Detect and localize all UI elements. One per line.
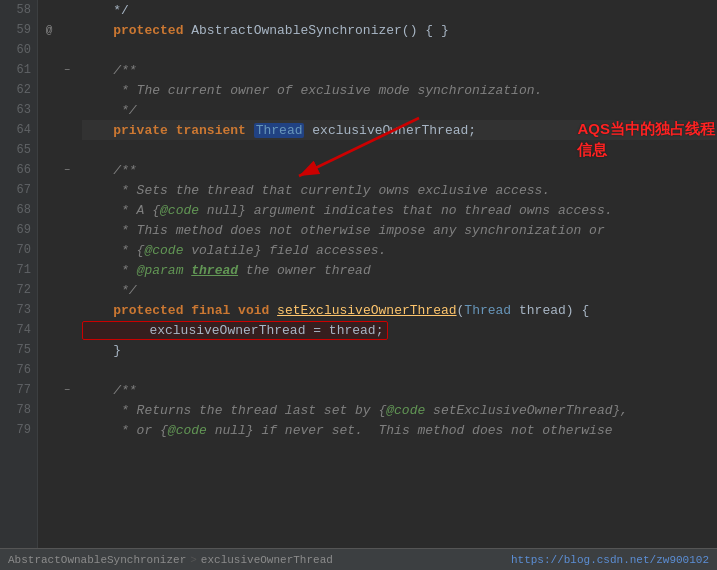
line-number: 64 (0, 120, 31, 140)
code-area: 5859606162636465666768697071727374757677… (0, 0, 717, 548)
code-plain (82, 283, 113, 298)
code-plain (82, 163, 113, 178)
breadcrumb-separator: > (190, 554, 197, 566)
fold-gutter: −−− (60, 0, 74, 548)
breadcrumb: AbstractOwnableSynchronizer > exclusiveO… (8, 554, 333, 566)
code-plain: AbstractOwnableSynchronizer() { } (183, 23, 448, 38)
line-number: 75 (0, 340, 31, 360)
line-number: 74 (0, 320, 31, 340)
line-number: 69 (0, 220, 31, 240)
code-comment: volatile} field accesses. (183, 243, 386, 258)
breadcrumb-part1: AbstractOwnableSynchronizer (8, 554, 186, 566)
url-text: https://blog.csdn.net/zw900102 (511, 554, 709, 566)
code-plain: thread) { (511, 303, 589, 318)
annotation-box: AQS当中的独占线程 信息 (577, 118, 715, 160)
code-plain (82, 63, 113, 78)
code-comment: */ (113, 283, 136, 298)
code-plain (82, 123, 113, 138)
code-plain (82, 83, 113, 98)
code-plain (269, 303, 277, 318)
code-comment-link: thread (191, 263, 238, 278)
line-number: 68 (0, 200, 31, 220)
code-line: */ (82, 280, 717, 300)
code-line (82, 40, 717, 60)
line-number: 66 (0, 160, 31, 180)
code-function: setExclusiveOwnerThread (277, 303, 456, 318)
code-line: /** (82, 160, 717, 180)
code-line (82, 360, 717, 380)
code-plain: ( (457, 303, 465, 318)
annotation-text2: 信息 (577, 139, 607, 160)
line-number: 65 (0, 140, 31, 160)
line-number: 67 (0, 180, 31, 200)
code-comment: * or { (113, 423, 168, 438)
code-plain: exclusiveOwnerThread; (304, 123, 476, 138)
code-plain (82, 103, 113, 118)
code-keyword: protected (113, 303, 183, 318)
code-plain (168, 123, 176, 138)
code-comment: /** (113, 383, 136, 398)
line-number: 72 (0, 280, 31, 300)
code-plain (82, 423, 113, 438)
code-line: /** (82, 380, 717, 400)
fold-cell[interactable]: − (64, 60, 70, 80)
code-plain: } (82, 343, 121, 358)
line-number: 60 (0, 40, 31, 60)
code-keyword: final (191, 303, 230, 318)
breadcrumb-part2: exclusiveOwnerThread (201, 554, 333, 566)
editor-container: 5859606162636465666768697071727374757677… (0, 0, 717, 570)
code-lines: */ protected AbstractOwnableSynchronizer… (74, 0, 717, 548)
code-comment: null} if never set. This method does not… (207, 423, 613, 438)
code-comment-tag: @code (386, 403, 425, 418)
code-line: } (82, 340, 717, 360)
code-line: * {@code volatile} field accesses. (82, 240, 717, 260)
code-comment: * (113, 263, 136, 278)
line-number-gutter: 5859606162636465666768697071727374757677… (0, 0, 38, 548)
line-number: 59 (0, 20, 31, 40)
code-line: * This method does not otherwise impose … (82, 220, 717, 240)
line-number: 62 (0, 80, 31, 100)
code-line: protected AbstractOwnableSynchronizer() … (82, 20, 717, 40)
code-highlight-type: Thread (254, 123, 305, 138)
code-comment: * This method does not otherwise impose … (113, 223, 604, 238)
code-type: Thread (464, 303, 511, 318)
code-keyword: transient (176, 123, 246, 138)
code-line: */ (82, 100, 717, 120)
line-number: 63 (0, 100, 31, 120)
line-number: 70 (0, 240, 31, 260)
line-number: 78 (0, 400, 31, 420)
code-keyword: private (113, 123, 168, 138)
gutter-icon: @ (46, 20, 53, 40)
code-plain (82, 303, 113, 318)
annotation-text1: AQS当中的独占线程 (577, 118, 715, 139)
code-comment: setExclusiveOwnerThread}, (425, 403, 628, 418)
code-line: protected final void setExclusiveOwnerTh… (82, 300, 717, 320)
code-line: */ (82, 0, 717, 20)
code-line: /** (82, 60, 717, 80)
fold-cell[interactable]: − (64, 160, 70, 180)
code-comment-tag: @code (160, 203, 199, 218)
code-line: exclusiveOwnerThread = thread; (82, 320, 717, 340)
code-line: * Sets the thread that currently owns ex… (82, 180, 717, 200)
code-plain: */ (82, 3, 129, 18)
line-number: 79 (0, 420, 31, 440)
line-number: 73 (0, 300, 31, 320)
code-plain (82, 183, 113, 198)
code-keyword: protected (113, 23, 183, 38)
code-comment (183, 263, 191, 278)
code-comment-tag: @code (168, 423, 207, 438)
code-comment: * A { (113, 203, 160, 218)
code-plain (82, 203, 113, 218)
code-plain (82, 263, 113, 278)
fold-cell[interactable]: − (64, 380, 70, 400)
icons-gutter: @ (38, 0, 60, 548)
line-number: 71 (0, 260, 31, 280)
code-plain (183, 303, 191, 318)
line-number: 77 (0, 380, 31, 400)
code-plain (246, 123, 254, 138)
code-keyword: void (238, 303, 269, 318)
code-plain (82, 23, 113, 38)
code-comment: null} argument indicates that no thread … (199, 203, 612, 218)
code-comment-tag: @code (144, 243, 183, 258)
code-comment: * Returns the thread last set by { (113, 403, 386, 418)
